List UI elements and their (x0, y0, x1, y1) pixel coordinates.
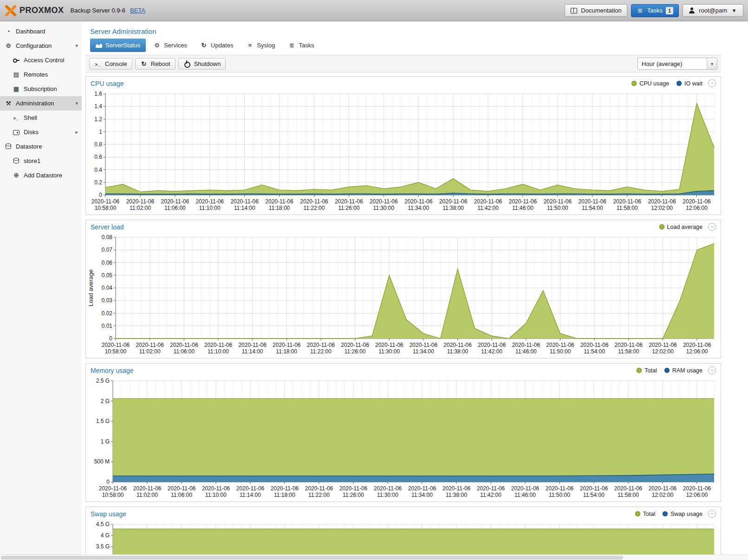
user-icon (688, 7, 696, 14)
list-icon (246, 42, 254, 49)
svg-text:2020-11-0610:58:00: 2020-11-0610:58:00 (102, 342, 130, 355)
horizontal-scrollbar-thumb[interactable] (1, 556, 623, 560)
chart-legend: TotalRAM usage (637, 367, 702, 374)
sidebar-item-remotes[interactable]: Remotes (0, 67, 82, 82)
svg-text:1.6: 1.6 (94, 91, 102, 97)
shutdown-button[interactable]: Shutdown (178, 58, 226, 70)
svg-text:2020-11-0611:26:00: 2020-11-0611:26:00 (341, 342, 369, 355)
chart-cpu-usage: 00.20.40.60.811.21.41.62020-11-0610:58:0… (86, 90, 721, 215)
sidebar-item-label: Datastore (16, 143, 78, 150)
chevron-right-icon: ▸ (75, 129, 78, 135)
svg-text:2020-11-0611:34:00: 2020-11-0611:34:00 (410, 342, 438, 355)
console-button[interactable]: Console (89, 58, 132, 70)
reboot-button[interactable]: Reboot (135, 58, 176, 70)
svg-text:2020-11-0612:06:00: 2020-11-0612:06:00 (683, 342, 711, 355)
reboot-icon (140, 60, 148, 67)
svg-text:2020-11-0611:22:00: 2020-11-0611:22:00 (307, 342, 335, 355)
panel-cpu-usage: CPU usageCPU usageIO wait−00.20.40.60.81… (85, 76, 721, 215)
svg-text:2020-11-0611:46:00: 2020-11-0611:46:00 (511, 485, 540, 498)
legend-label: Swap usage (670, 511, 702, 517)
svg-text:2020-11-0611:58:00: 2020-11-0611:58:00 (615, 342, 643, 355)
sidebar-item-shell[interactable]: Shell (0, 111, 82, 125)
svg-text:1 G: 1 G (101, 438, 110, 445)
svg-text:2020-11-0611:06:00: 2020-11-0611:06:00 (170, 342, 198, 355)
chevron-down-icon: ▾ (75, 100, 78, 106)
svg-text:2020-11-0611:50:00: 2020-11-0611:50:00 (544, 198, 572, 211)
beta-link[interactable]: BETA (130, 7, 145, 14)
sidebar-item-dashboard[interactable]: Dashboard (0, 24, 82, 39)
svg-text:2020-11-0611:14:00: 2020-11-0611:14:00 (236, 485, 265, 498)
svg-text:2020-11-0611:22:00: 2020-11-0611:22:00 (300, 198, 328, 211)
timerange-select[interactable]: Hour (average) ▾ (637, 58, 717, 70)
refresh-icon (200, 42, 208, 49)
documentation-button[interactable]: Documentation (565, 4, 627, 17)
terminal-icon (94, 60, 102, 67)
tasks-label: Tasks (647, 7, 663, 14)
sidebar-item-datastore[interactable]: Datastore (0, 139, 82, 154)
tab-updates[interactable]: Updates (195, 39, 239, 52)
tab-services[interactable]: Services (148, 39, 193, 52)
plus-circle-icon (13, 172, 20, 179)
svg-text:2020-11-0611:34:00: 2020-11-0611:34:00 (408, 485, 436, 498)
sidebar: DashboardConfiguration▾Access ControlRem… (0, 21, 82, 554)
svg-text:2020-11-0611:50:00: 2020-11-0611:50:00 (546, 342, 574, 355)
svg-text:2020-11-0610:58:00: 2020-11-0610:58:00 (91, 198, 120, 211)
reboot-label: Reboot (151, 60, 170, 67)
svg-text:2020-11-0611:18:00: 2020-11-0611:18:00 (265, 198, 293, 211)
svg-text:2020-11-0611:46:00: 2020-11-0611:46:00 (509, 198, 537, 211)
svg-text:0.8: 0.8 (94, 141, 102, 148)
tasks-button[interactable]: Tasks 1 (631, 4, 679, 17)
collapse-panel-icon[interactable]: − (708, 510, 716, 518)
console-label: Console (105, 60, 127, 67)
tab-syslog[interactable]: Syslog (241, 39, 280, 52)
chart-legend: CPU usageIO wait (631, 80, 702, 87)
sidebar-item-configuration[interactable]: Configuration▾ (0, 39, 82, 53)
documentation-label: Documentation (581, 7, 621, 14)
collapse-panel-icon[interactable]: − (708, 79, 716, 87)
collapse-panel-icon[interactable]: − (708, 223, 716, 231)
svg-text:2020-11-0611:30:00: 2020-11-0611:30:00 (370, 198, 398, 211)
sidebar-item-add-datastore[interactable]: Add Datastore (0, 168, 82, 182)
horizontal-scrollbar[interactable] (0, 554, 748, 560)
sidebar-item-store1[interactable]: store1 (0, 154, 82, 168)
sidebar-item-administration[interactable]: Administration▾ (0, 96, 82, 111)
svg-text:2020-11-0611:42:00: 2020-11-0611:42:00 (478, 342, 506, 355)
sidebar-item-subscription[interactable]: Subscription (0, 82, 82, 96)
chart-panels: CPU usageCPU usageIO wait−00.20.40.60.81… (85, 76, 721, 560)
sidebar-item-access-control[interactable]: Access Control (0, 53, 82, 67)
svg-text:500 M: 500 M (94, 458, 110, 465)
panel-header: Swap usageTotalSwap usage− (86, 507, 721, 521)
svg-text:2020-11-0611:10:00: 2020-11-0611:10:00 (204, 342, 233, 355)
tab-serverstatus[interactable]: ServerStatus (90, 39, 146, 52)
tab-tasks[interactable]: Tasks (282, 39, 319, 52)
svg-text:2020-11-0611:38:00: 2020-11-0611:38:00 (443, 342, 472, 355)
brand-text: PROXMOX (20, 6, 64, 15)
collapse-panel-icon[interactable]: − (708, 366, 716, 374)
svg-text:2020-11-0611:54:00: 2020-11-0611:54:00 (580, 342, 609, 355)
svg-text:2020-11-0612:02:00: 2020-11-0612:02:00 (649, 485, 677, 498)
svg-text:2020-11-0612:06:00: 2020-11-0612:06:00 (683, 198, 711, 211)
book-icon (570, 7, 578, 14)
panel-title: CPU usage (91, 80, 124, 87)
svg-text:0: 0 (99, 192, 102, 198)
svg-text:2020-11-0611:42:00: 2020-11-0611:42:00 (477, 485, 505, 498)
chevron-down-icon (730, 7, 738, 14)
datastore-icon (5, 143, 12, 150)
svg-text:2020-11-0611:14:00: 2020-11-0611:14:00 (230, 198, 259, 211)
shutdown-label: Shutdown (194, 60, 221, 67)
sidebar-item-label: Administration (16, 100, 72, 107)
legend-item-cpu-usage: CPU usage (631, 80, 669, 87)
legend-label: Load average (667, 224, 702, 230)
panel-title: Server load (91, 223, 124, 231)
tab-bar: ServerStatusServicesUpdatesSyslogTasks (85, 39, 721, 52)
chevron-down-icon: ▾ (707, 58, 717, 69)
svg-text:2020-11-0611:46:00: 2020-11-0611:46:00 (512, 342, 540, 355)
svg-text:2020-11-0612:02:00: 2020-11-0612:02:00 (649, 342, 677, 355)
svg-text:2020-11-0611:02:00: 2020-11-0611:02:00 (136, 342, 164, 355)
svg-text:0.04: 0.04 (102, 285, 113, 291)
legend-dot-icon (637, 368, 642, 373)
user-menu-button[interactable]: root@pam (683, 4, 743, 17)
sidebar-item-disks[interactable]: Disks▸ (0, 125, 82, 139)
legend-dot-icon (664, 368, 670, 373)
sidebar-item-label: Add Datastore (24, 172, 78, 179)
